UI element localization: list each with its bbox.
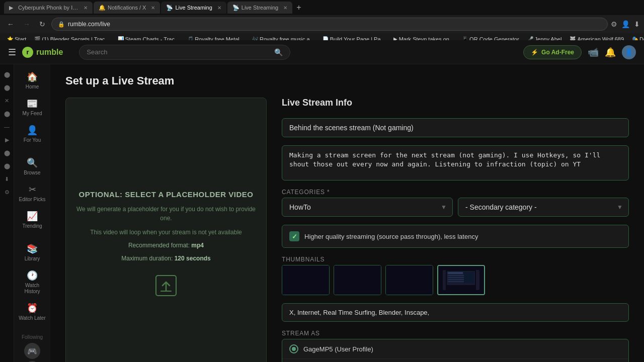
thumb-content-1 <box>282 265 329 295</box>
library-icon: 📚 <box>27 243 38 254</box>
body-area: ⬤ ⬤ ✕ ⬤ — ▶ ⬤ ⬤ ⬇ ⚙ 🏠 Home 📰 My Feed 👤 F… <box>0 64 644 362</box>
nav-item-editor[interactable]: ✂ Editor Picks <box>16 181 48 206</box>
profile-icon[interactable]: 👤 <box>621 20 630 28</box>
nav-item-history[interactable]: 🕐 Watch History <box>16 267 48 298</box>
thumb-screen <box>443 270 479 290</box>
sidebar-icon-10[interactable]: ⚙ <box>1 186 13 198</box>
address-bar[interactable]: 🔒 rumble.com/live <box>51 18 608 31</box>
nav-sidebar: 🏠 Home 📰 My Feed 👤 For You 🔍 Browse ✂ Ed… <box>14 64 50 362</box>
tab-favicon-3: 📡 <box>166 5 172 11</box>
thumb-content-2 <box>334 265 381 295</box>
quality-label: Higher quality streaming (source pass th… <box>304 233 478 240</box>
nav-item-watchlater[interactable]: ⏰ Watch Later <box>16 300 48 324</box>
browser-tab-3[interactable]: 📡 Live Streaming ✕ <box>161 2 226 14</box>
watchlater-icon: ⏰ <box>27 303 38 314</box>
nav-item-foryou[interactable]: 👤 For You <box>16 122 48 146</box>
tab-favicon-2: 🔔 <box>99 5 105 11</box>
nav-item-browse[interactable]: 🔍 Browse <box>16 154 48 179</box>
stream-option-1[interactable]: GageMP5 (User Profile) <box>282 339 628 358</box>
secondary-category-select[interactable]: - Secondary category - <box>458 198 629 217</box>
reload-button[interactable]: ↻ <box>36 19 48 29</box>
nav-label-feed: My Feed <box>23 111 42 117</box>
info-panel: Live Stream Info Making a stream screen … <box>282 98 629 362</box>
stream-description-input[interactable]: Making a stream screen for the next stre… <box>282 145 629 180</box>
tab-close-2[interactable]: ✕ <box>151 5 155 11</box>
app-wrapper: ☰ r rumble 🔍 ⚡ Go Ad-Free 📹 🔔 👤 ⬤ ⬤ ✕ <box>0 40 644 362</box>
sidebar-icon-8[interactable]: ⬤ <box>1 160 13 172</box>
thumbnail-1[interactable] <box>282 265 330 295</box>
upload-icon[interactable] <box>153 273 179 303</box>
trending-icon: 📈 <box>27 211 38 222</box>
tags-input[interactable] <box>282 303 629 322</box>
placeholder-subtitle: We will generate a placeholder for you i… <box>76 205 256 223</box>
browser-tab-1[interactable]: ▶ Cyberpunk Phonk by In... ✕ <box>4 2 93 14</box>
editor-icon: ✂ <box>29 184 36 195</box>
thumbnails-section: THUMBNAILS <box>282 256 629 295</box>
svg-rect-9 <box>464 272 474 283</box>
sidebar-icon-6[interactable]: ▶ <box>1 134 13 146</box>
sidebar-icon-3[interactable]: ✕ <box>1 95 13 107</box>
downloads-icon[interactable]: ⬇ <box>634 20 640 28</box>
stream-title-input[interactable] <box>282 118 629 137</box>
primary-category-select[interactable]: HowTo <box>282 198 453 217</box>
sidebar-icon-1[interactable]: ⬤ <box>1 68 13 80</box>
nav-item-feed[interactable]: 📰 My Feed <box>16 95 48 120</box>
nav-label-foryou: For You <box>24 137 41 143</box>
quality-checkbox[interactable]: ✓ <box>289 231 299 241</box>
app-header: ☰ r rumble 🔍 ⚡ Go Ad-Free 📹 🔔 👤 <box>0 40 644 64</box>
tab-close-1[interactable]: ✕ <box>84 5 88 11</box>
section-title: Live Stream Info <box>282 98 629 108</box>
go-ad-free-label: Go Ad-Free <box>541 49 574 56</box>
search-input[interactable] <box>87 48 270 56</box>
sidebar-icon-9[interactable]: ⬇ <box>1 173 13 185</box>
thumbnail-4-selected[interactable] <box>437 265 485 295</box>
nav-item-trending[interactable]: 📈 Trending <box>16 208 48 232</box>
thumbnail-2[interactable] <box>334 265 381 295</box>
thumb-content-3 <box>386 265 433 295</box>
thumbnail-3[interactable] <box>385 265 433 295</box>
rumble-logo[interactable]: r rumble <box>22 47 63 58</box>
tab-close-3[interactable]: ✕ <box>217 5 221 11</box>
new-tab-button[interactable]: + <box>293 3 304 12</box>
sidebar-icon-7[interactable]: ⬤ <box>1 147 13 159</box>
browser-tab-2[interactable]: 🔔 Notifications / X ✕ <box>94 2 160 14</box>
nav-label-browse: Browse <box>24 170 40 176</box>
stream-option-2[interactable]: ✓ Set this channel as the default <box>282 358 628 362</box>
placeholder-loop: This video will loop when your stream is… <box>90 229 242 236</box>
following-avatar-1[interactable]: 🎮 <box>24 343 40 359</box>
thumbnails-label: THUMBNAILS <box>282 256 629 263</box>
sidebar-icon-5[interactable]: — <box>1 121 13 133</box>
hamburger-menu[interactable]: ☰ <box>8 47 16 58</box>
nav-label-trending: Trending <box>22 223 42 229</box>
forward-button[interactable]: → <box>20 19 33 29</box>
placeholder-title: OPTIONAL: SELECT A PLACEHOLDER VIDEO <box>79 190 254 199</box>
foryou-icon: 👤 <box>27 125 38 136</box>
browser-tabs-bar: ▶ Cyberpunk Phonk by In... ✕ 🔔 Notificat… <box>0 0 644 15</box>
nav-item-library[interactable]: 📚 Library <box>16 240 48 265</box>
browse-icon: 🔍 <box>27 157 38 168</box>
tab-title-3: Live Streaming <box>175 5 212 11</box>
tab-title-4: Live Streaming <box>242 5 278 11</box>
notification-bell-icon[interactable]: 🔔 <box>605 47 616 58</box>
search-bar[interactable]: 🔍 <box>79 45 290 60</box>
nav-label-watchlater: Watch Later <box>19 315 46 321</box>
video-camera-icon[interactable]: 📹 <box>588 47 599 58</box>
sidebar-icon-4[interactable]: ⬤ <box>1 108 13 120</box>
extensions-icon[interactable]: ⚙ <box>611 20 617 28</box>
go-ad-free-button[interactable]: ⚡ Go Ad-Free <box>523 45 582 59</box>
secondary-category-wrapper: - Secondary category - ▼ <box>458 198 629 217</box>
nav-item-home[interactable]: 🏠 Home <box>16 68 48 93</box>
placeholder-panel[interactable]: OPTIONAL: SELECT A PLACEHOLDER VIDEO We … <box>65 98 267 362</box>
logo-text: rumble <box>36 48 63 57</box>
tab-close-4[interactable]: ✕ <box>283 5 287 11</box>
thumbnails-row <box>282 265 629 295</box>
primary-category-wrapper: HowTo ▼ <box>282 198 453 217</box>
sidebar-icon-2[interactable]: ⬤ <box>1 81 13 94</box>
browser-tab-4[interactable]: 📡 Live Streaming ✕ <box>227 2 292 14</box>
thumb-content-4 <box>438 266 484 294</box>
tab-favicon-4: 📡 <box>232 5 238 11</box>
back-button[interactable]: ← <box>4 19 17 29</box>
user-avatar[interactable]: 👤 <box>622 45 636 59</box>
placeholder-duration: Maximum duration: 120 seconds <box>121 255 210 262</box>
tab-title-2: Notifications / X <box>108 5 146 11</box>
